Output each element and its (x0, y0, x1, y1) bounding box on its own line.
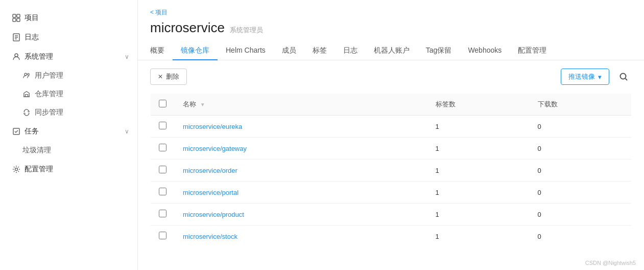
row-tags-cell: 1 (427, 116, 530, 138)
row-name-cell: microservice/gateway (175, 138, 427, 160)
repo-link[interactable]: microservice/gateway (183, 145, 247, 152)
sidebar-item-warehouse[interactable]: 仓库管理 (0, 85, 137, 103)
col-header-name[interactable]: 名称 ▼ (175, 94, 427, 116)
row-checkbox-cell (151, 138, 175, 160)
repo-link[interactable]: microservice/order (183, 167, 237, 174)
row-checkbox[interactable] (159, 188, 166, 195)
repo-link[interactable]: microservice/eureka (183, 123, 242, 130)
row-checkbox[interactable] (159, 232, 166, 239)
tab-robot-accounts[interactable]: 机器人账户 (366, 42, 418, 60)
row-checkbox[interactable] (159, 210, 166, 217)
row-checkbox-cell (151, 204, 175, 226)
row-checkbox[interactable] (159, 144, 166, 151)
col-header-tags: 标签数 (427, 94, 530, 116)
title-row: microservice 系统管理员 (150, 20, 632, 36)
row-tags-cell: 1 (427, 182, 530, 204)
breadcrumb[interactable]: < 项目 (150, 8, 632, 17)
row-downloads-cell: 0 (530, 182, 632, 204)
svg-rect-3 (17, 18, 20, 21)
svg-line-15 (626, 79, 628, 81)
sidebar-label-warehouse: 仓库管理 (35, 89, 63, 99)
sidebar: 项目 日志 系统管理 ∨ (0, 0, 138, 270)
filter-icon: ▼ (200, 102, 205, 107)
tab-tag-retention[interactable]: Tag保留 (418, 42, 460, 60)
tab-logs[interactable]: 日志 (335, 42, 366, 60)
task-icon (12, 127, 20, 136)
sidebar-label-sync: 同步管理 (35, 108, 63, 117)
watermark: CSDN @Nightwish5 (585, 260, 636, 266)
image-table: 名称 ▼ 标签数 下载数 microservice/eureka 1 0 mic… (150, 93, 632, 248)
sidebar-label-config: 配置管理 (25, 165, 53, 174)
row-tags-cell: 1 (427, 226, 530, 248)
sidebar-label-user-management: 用户管理 (35, 71, 63, 80)
push-label: 推送镜像 (568, 72, 595, 81)
row-checkbox[interactable] (159, 166, 166, 173)
table-row: microservice/product 1 0 (151, 204, 632, 226)
times-icon: ✕ (158, 73, 163, 80)
row-name-cell: microservice/stock (175, 226, 427, 248)
sidebar-label-logs: 日志 (25, 33, 39, 42)
sidebar-label-trash: 垃圾清理 (22, 146, 51, 155)
row-checkbox[interactable] (159, 122, 166, 129)
main-content: < 项目 microservice 系统管理员 概要 镜像仓库 Helm Cha… (138, 0, 644, 270)
sidebar-item-user-management[interactable]: 用户管理 (0, 66, 137, 85)
repo-link[interactable]: microservice/stock (183, 233, 237, 240)
sync-icon (22, 108, 31, 117)
svg-rect-2 (13, 18, 16, 21)
tab-members[interactable]: 成员 (274, 42, 304, 60)
chevron-down-icon: ∨ (125, 53, 129, 60)
select-all-checkbox[interactable] (159, 100, 166, 107)
sidebar-item-config[interactable]: 配置管理 (0, 160, 137, 179)
toolbar: ✕ 删除 推送镜像 ▾ (150, 69, 632, 85)
sidebar-item-system-admin[interactable]: 系统管理 ∨ (0, 47, 137, 66)
tab-registry[interactable]: 镜像仓库 (173, 42, 218, 60)
tab-webhooks[interactable]: Webhooks (460, 42, 510, 60)
toolbar-right: 推送镜像 ▾ (561, 69, 632, 85)
search-button[interactable] (615, 69, 632, 85)
row-downloads-cell: 0 (530, 160, 632, 182)
sidebar-item-tasks[interactable]: 任务 ∨ (0, 122, 137, 141)
tab-overview[interactable]: 概要 (150, 42, 173, 60)
row-checkbox-cell (151, 226, 175, 248)
row-checkbox-cell (151, 116, 175, 138)
tab-helm-charts[interactable]: Helm Charts (218, 42, 274, 60)
sidebar-item-projects[interactable]: 项目 (0, 8, 137, 28)
log-icon (12, 33, 20, 41)
row-tags-cell: 1 (427, 204, 530, 226)
warehouse-icon (22, 90, 31, 98)
config-icon (12, 165, 20, 173)
push-dropdown-icon: ▾ (598, 73, 602, 81)
col-header-downloads: 下载数 (530, 94, 632, 116)
page-title: microservice (150, 20, 225, 36)
table-row: microservice/stock 1 0 (151, 226, 632, 248)
svg-rect-11 (25, 95, 28, 97)
sidebar-item-trash[interactable]: 垃圾清理 (0, 141, 137, 160)
svg-point-9 (25, 73, 27, 75)
delete-button[interactable]: ✕ 删除 (150, 69, 187, 85)
page-subtitle: 系统管理员 (230, 26, 263, 35)
users-icon (22, 72, 31, 80)
search-icon (619, 72, 628, 81)
sidebar-item-logs[interactable]: 日志 (0, 28, 137, 47)
push-image-button[interactable]: 推送镜像 ▾ (561, 69, 609, 85)
tab-config[interactable]: 配置管理 (510, 42, 555, 60)
grid-icon (12, 14, 20, 22)
page-header: < 项目 microservice 系统管理员 概要 镜像仓库 Helm Cha… (138, 0, 644, 60)
row-downloads-cell: 0 (530, 204, 632, 226)
table-row: microservice/portal 1 0 (151, 182, 632, 204)
svg-point-10 (28, 74, 30, 76)
tab-bar: 概要 镜像仓库 Helm Charts 成员 标签 日志 机器人账户 Tag保留… (150, 42, 632, 60)
sidebar-label-system-admin: 系统管理 (25, 52, 53, 61)
row-downloads-cell: 0 (530, 116, 632, 138)
tab-labels[interactable]: 标签 (304, 42, 335, 60)
repo-link[interactable]: microservice/product (183, 211, 244, 218)
svg-rect-0 (13, 14, 16, 17)
row-checkbox-cell (151, 182, 175, 204)
repo-link[interactable]: microservice/portal (183, 189, 238, 196)
sidebar-label-projects: 项目 (25, 13, 39, 22)
sidebar-item-sync[interactable]: 同步管理 (0, 103, 137, 122)
row-downloads-cell: 0 (530, 226, 632, 248)
user-icon (12, 53, 20, 61)
svg-point-14 (621, 74, 626, 79)
chevron-down-icon-tasks: ∨ (125, 128, 129, 135)
